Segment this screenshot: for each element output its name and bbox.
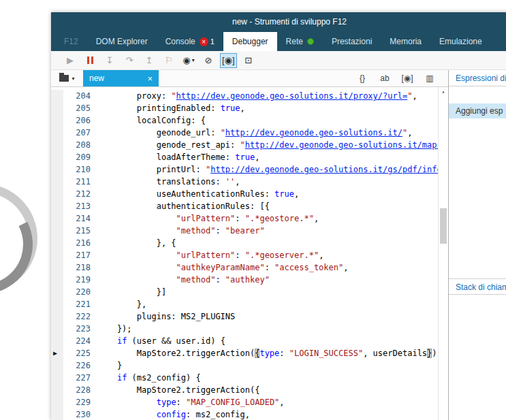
menu-tab-label: DOM Explorer bbox=[96, 32, 148, 51]
code-text[interactable]: "urlPattern": ".*geoserver.*", bbox=[97, 249, 448, 261]
breakpoint-margin[interactable] bbox=[51, 151, 63, 163]
scroll-up-icon[interactable]: ▴ bbox=[439, 87, 448, 97]
scrollbar-thumb[interactable] bbox=[440, 208, 447, 244]
breakpoint-margin[interactable] bbox=[51, 212, 63, 225]
code-token: , bbox=[319, 251, 323, 260]
code-text[interactable]: genode_rest_api: "http://dev.geonode.geo… bbox=[97, 139, 448, 151]
menu-tab-rete[interactable]: Rete bbox=[277, 32, 323, 51]
code-text[interactable]: plugins: MS2_PLUGINS bbox=[97, 310, 448, 323]
code-text[interactable]: }, bbox=[97, 298, 448, 310]
exception-settings-icon[interactable]: ◉▾ bbox=[180, 53, 197, 68]
step-into-icon[interactable]: ↧ bbox=[101, 53, 118, 68]
code-token: }); bbox=[97, 324, 132, 334]
code-text[interactable]: MapStore2.triggerAction({ bbox=[97, 384, 448, 396]
just-my-code-icon[interactable]: ⊡ bbox=[240, 53, 257, 68]
just-my-code-toggle-icon[interactable]: [◉] bbox=[401, 71, 413, 85]
url-link[interactable]: http://dev.geonode.geo-solutions.it/ bbox=[225, 128, 402, 138]
code-token: " bbox=[221, 128, 225, 138]
breakpoint-margin[interactable] bbox=[51, 163, 63, 176]
breakpoint-margin[interactable] bbox=[51, 335, 63, 347]
breakpoint-margin[interactable] bbox=[51, 372, 63, 384]
breakpoint-margin[interactable]: ▶ bbox=[51, 347, 63, 359]
menu-tab-memoria[interactable]: Memoria bbox=[381, 32, 430, 51]
code-text[interactable]: translations: '', bbox=[97, 176, 448, 188]
url-link[interactable]: http://dev.geonode.geo-solutions.it/prox… bbox=[176, 91, 408, 101]
add-watch-expression-label: Aggiungi esp bbox=[456, 106, 503, 116]
code-text[interactable]: type: "MAP_CONFIG_LOADED", bbox=[97, 396, 448, 408]
add-watch-expression-row[interactable]: Aggiungi esp bbox=[449, 103, 506, 118]
code-text[interactable]: } bbox=[97, 359, 448, 372]
close-icon[interactable]: × bbox=[147, 74, 153, 83]
show-columns-icon[interactable]: ▥ bbox=[424, 71, 436, 85]
breakpoint-margin[interactable] bbox=[51, 127, 63, 139]
code-text[interactable]: authenticationRules: [{ bbox=[97, 200, 448, 212]
code-text[interactable]: printUrl: "http://dev.geonode.geo-soluti… bbox=[97, 163, 448, 176]
breakpoint-margin[interactable] bbox=[51, 323, 63, 335]
step-over-icon[interactable]: ↷ bbox=[121, 53, 138, 68]
break-all-icon[interactable] bbox=[82, 53, 98, 68]
breakpoint-margin[interactable] bbox=[51, 225, 63, 237]
breakpoint-margin[interactable] bbox=[51, 102, 63, 114]
menu-tab-dom-explorer[interactable]: DOM Explorer bbox=[87, 32, 157, 51]
breakpoint-margin[interactable] bbox=[51, 139, 63, 151]
format-code-icon[interactable]: {} bbox=[356, 71, 368, 85]
breakpoint-margin[interactable] bbox=[51, 237, 63, 249]
code-editor[interactable]: 204 proxy: "http://dev.geonode.geo-solut… bbox=[51, 87, 448, 420]
breakpoint-margin[interactable] bbox=[51, 188, 63, 200]
menu-tab-debugger[interactable]: Debugger bbox=[223, 32, 277, 51]
break-on-exception-icon[interactable]: ⚐ bbox=[161, 53, 177, 68]
current-statement-arrow-icon: ▶ bbox=[51, 347, 63, 359]
code-text[interactable]: geonode_url: "http://dev.geonode.geo-sol… bbox=[97, 127, 448, 139]
code-token: printingEnabled: bbox=[97, 103, 221, 113]
code-text[interactable]: if (user && user.id) { bbox=[97, 335, 448, 347]
code-text[interactable]: }] bbox=[97, 286, 448, 298]
file-picker-button[interactable]: ▾ bbox=[51, 70, 83, 86]
code-text[interactable]: localConfig: { bbox=[97, 114, 448, 127]
breakpoint-margin[interactable] bbox=[51, 359, 63, 372]
worker-debugging-icon[interactable]: [◉] bbox=[220, 53, 237, 68]
breakpoint-margin[interactable] bbox=[51, 286, 63, 298]
code-text[interactable]: "method": "bearer" bbox=[97, 225, 448, 237]
breakpoint-margin[interactable] bbox=[51, 261, 63, 274]
breakpoint-margin[interactable] bbox=[51, 408, 63, 420]
code-text[interactable]: config: ms2_config, bbox=[97, 408, 448, 420]
code-token: "method" bbox=[176, 226, 216, 236]
code-text[interactable]: if (ms2_config) { bbox=[97, 372, 448, 384]
breakpoint-margin[interactable] bbox=[51, 114, 63, 127]
disable-breakpoints-icon[interactable]: ⊘ bbox=[200, 53, 217, 68]
code-text[interactable]: }, { bbox=[97, 237, 448, 249]
code-text[interactable]: proxy: "http://dev.geonode.geo-solutions… bbox=[97, 90, 448, 102]
code-token: useAuthenticationRules: bbox=[97, 189, 274, 199]
code-text[interactable]: useAuthenticationRules: true, bbox=[97, 188, 448, 200]
breakpoint-margin[interactable] bbox=[51, 396, 63, 408]
url-link[interactable]: http://dev.geonode.geo-solutions.it/gs/p… bbox=[210, 165, 448, 174]
menu-tab-console[interactable]: Console×1 bbox=[157, 32, 223, 51]
code-text[interactable]: loadAfterTheme: true, bbox=[97, 151, 448, 163]
vertical-scrollbar[interactable]: ▴ bbox=[438, 87, 448, 420]
breakpoint-margin[interactable] bbox=[51, 274, 63, 286]
breakpoint-margin[interactable] bbox=[51, 310, 63, 323]
breakpoint-margin[interactable] bbox=[51, 298, 63, 310]
continue-icon[interactable]: ▶ bbox=[62, 53, 78, 68]
code-text[interactable]: "authkeyParamName": "access_token", bbox=[97, 261, 448, 274]
step-out-icon[interactable]: ↥ bbox=[141, 53, 157, 68]
callstack-panel-header: Stack di chiam bbox=[449, 278, 506, 295]
breakpoint-margin[interactable] bbox=[51, 200, 63, 212]
menu-tab-f12[interactable]: F12 bbox=[55, 32, 87, 51]
url-link[interactable]: http://dev.geonode.geo-solutions.it/maps… bbox=[245, 140, 448, 150]
source-tab-new[interactable]: new × bbox=[83, 70, 159, 86]
menu-tab-prestazioni[interactable]: Prestazioni bbox=[323, 32, 381, 51]
code-token: true bbox=[274, 189, 294, 199]
breakpoint-margin[interactable] bbox=[51, 384, 63, 396]
breakpoint-margin[interactable] bbox=[51, 249, 63, 261]
code-text[interactable]: "urlPattern": ".*geostore.*", bbox=[97, 212, 448, 225]
breakpoint-margin[interactable] bbox=[51, 176, 63, 188]
code-text[interactable]: MapStore2.triggerAction({type: "LOGIN_SU… bbox=[97, 347, 448, 359]
word-wrap-icon[interactable]: ab bbox=[379, 71, 391, 85]
code-text[interactable]: }); bbox=[97, 323, 448, 335]
menu-tab-emulazione[interactable]: Emulazione bbox=[430, 32, 491, 51]
window-titlebar[interactable]: new - Strumenti di sviluppo F12 bbox=[51, 12, 506, 32]
code-text[interactable]: "method": "authkey" bbox=[97, 274, 448, 286]
code-text[interactable]: printingEnabled: true, bbox=[97, 102, 448, 114]
breakpoint-margin[interactable] bbox=[51, 90, 63, 102]
